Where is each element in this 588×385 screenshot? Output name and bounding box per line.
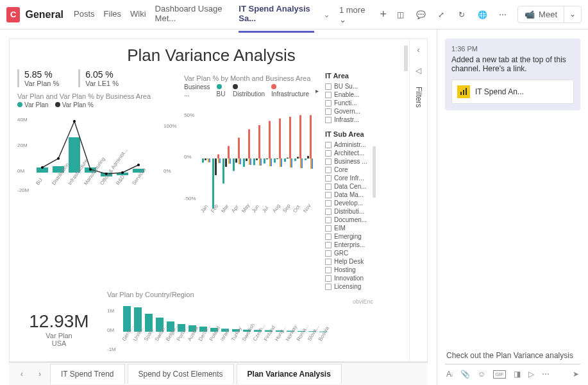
svg-point-15	[73, 120, 76, 123]
svg-rect-54	[250, 158, 251, 165]
chart3[interactable]: 1M0M-1M Germ...Unite...SpainSwitze...Bel…	[107, 300, 332, 361]
refresh-icon[interactable]: ↻	[456, 9, 467, 21]
send-icon[interactable]: ➤	[573, 370, 579, 379]
svg-rect-62	[269, 121, 271, 159]
more-tabs[interactable]: 1 more ⌄	[339, 5, 369, 24]
slicer-item[interactable]: Documen...	[325, 216, 373, 224]
svg-text:Apr: Apr	[230, 204, 240, 214]
compose-area: Aᵢ 📎 ☺ GIF ◨ ▷ ⋯ ➤	[445, 347, 580, 379]
svg-rect-73	[290, 158, 291, 167]
svg-text:-20M: -20M	[17, 187, 29, 193]
slicer-item[interactable]: GRC	[325, 249, 373, 257]
bookmark-icon[interactable]: ◁	[416, 66, 421, 75]
chart1[interactable]: 40M20M0M-20M 100%0%	[17, 108, 178, 205]
chat-icon[interactable]: 💬	[415, 9, 426, 21]
slicer-item[interactable]: BU Su...	[325, 82, 373, 90]
slicer-item[interactable]: Business ...	[325, 157, 373, 166]
tab-chevron-icon[interactable]: ⌄	[323, 10, 330, 19]
svg-rect-63	[269, 158, 271, 166]
slicer-item[interactable]: Data Ma...	[325, 191, 373, 199]
svg-rect-46	[235, 158, 237, 163]
slicer-item[interactable]: Architect...	[325, 149, 373, 157]
report-page-tabs: ‹ › IT Spend Trend Spend by Cost Element…	[9, 362, 428, 385]
slicer2-title: IT Sub Area	[325, 130, 373, 138]
tab-settings-icon[interactable]: ◫	[394, 9, 406, 21]
slicer-item[interactable]: Infrastr...	[325, 116, 373, 124]
slicer-item[interactable]: Distributi...	[325, 207, 373, 216]
slicer-item[interactable]: Help Desk	[325, 257, 373, 266]
slicer-item[interactable]: Develop...	[325, 199, 373, 207]
collapse-icon[interactable]: ‹	[417, 46, 420, 55]
slicer-item[interactable]: Administr...	[325, 141, 373, 149]
svg-rect-137	[460, 92, 462, 95]
compose-input[interactable]	[445, 347, 580, 364]
slicer-item[interactable]: Functi...	[325, 99, 373, 107]
slicer-item[interactable]: Innovation	[325, 274, 373, 282]
svg-point-13	[41, 166, 44, 169]
filters-pane-label[interactable]: Filters	[414, 87, 423, 108]
page-prev-icon[interactable]: ‹	[14, 366, 29, 382]
svg-text:Feb: Feb	[210, 203, 220, 214]
chart2[interactable]: 50%0%-50% JanFebMarAprMayJunJulAugSepOct…	[184, 98, 319, 226]
tab-wiki[interactable]: Wiki	[130, 1, 146, 28]
page-tab-variance[interactable]: Plan Variance Analysis	[237, 364, 342, 384]
page-tab-cost[interactable]: Spend by Cost Elements	[128, 364, 234, 384]
slicer-item[interactable]: EIM	[325, 224, 373, 232]
more-compose-icon[interactable]: ⋯	[542, 370, 550, 379]
slicer-item[interactable]: Hosting	[325, 266, 373, 274]
slicer-item[interactable]: Core	[325, 166, 373, 174]
page-tab-trend[interactable]: IT Spend Trend	[50, 364, 125, 384]
slicer-item[interactable]: Data Cen...	[325, 182, 373, 191]
slicer-scrollbar[interactable]	[373, 146, 376, 198]
page-next-icon[interactable]: ›	[32, 366, 47, 382]
emoji-icon[interactable]: ☺	[478, 370, 485, 379]
slicer-item[interactable]: Enterpris...	[325, 241, 373, 249]
svg-rect-76	[297, 157, 299, 158]
svg-rect-48	[239, 158, 240, 164]
format-icon[interactable]: Aᵢ	[446, 370, 453, 379]
svg-text:BU: BU	[35, 177, 44, 186]
svg-rect-56	[256, 158, 258, 160]
add-tab-button[interactable]: +	[378, 8, 390, 21]
svg-rect-74	[291, 158, 292, 167]
tab-files[interactable]: Files	[104, 1, 121, 28]
meet-dropdown[interactable]: ⌄	[564, 6, 581, 22]
legend-next-icon[interactable]: ▸	[315, 87, 319, 94]
svg-text:0%: 0%	[164, 168, 171, 174]
more-icon[interactable]: ⋯	[497, 9, 508, 21]
meet-button[interactable]: 📹 Meet	[518, 6, 564, 22]
globe-icon[interactable]: 🌐	[476, 9, 488, 21]
sticker-icon[interactable]: ◨	[514, 370, 521, 379]
slicer-item[interactable]: Core Infr...	[325, 174, 373, 182]
stream-icon[interactable]: ▷	[528, 370, 534, 379]
gif-icon[interactable]: GIF	[493, 370, 505, 379]
report-scrollbar[interactable]	[404, 46, 408, 71]
report-canvas: Plan Variance Analysis 5.85 % Var Plan %…	[9, 38, 428, 362]
svg-rect-38	[218, 158, 219, 163]
svg-text:Sep: Sep	[281, 203, 292, 214]
svg-text:0%: 0%	[184, 154, 192, 160]
svg-rect-34	[209, 158, 210, 162]
slicer-item[interactable]: Emerging	[325, 232, 373, 241]
chat-timestamp: 1:36 PM	[451, 45, 574, 53]
expand-icon[interactable]: ⤢	[435, 9, 447, 21]
svg-text:-50%: -50%	[184, 196, 196, 201]
team-avatar[interactable]: C	[6, 7, 20, 22]
svg-rect-45	[233, 158, 235, 171]
big-number-label1: Var Plan	[17, 332, 101, 339]
chat-tab-link[interactable]: IT Spend An...	[451, 80, 574, 104]
slicer-item[interactable]: Enable...	[325, 90, 373, 99]
slicer-item[interactable]: Licensing	[325, 282, 373, 291]
svg-point-18	[121, 171, 124, 174]
tab-it-spend[interactable]: IT Spend Analysis Sa...	[239, 0, 314, 33]
svg-text:100%: 100%	[164, 123, 176, 129]
svg-rect-50	[243, 158, 245, 167]
header-actions: ◫ 💬 ⤢ ↻ 🌐 ⋯ 📹 Meet ⌄	[394, 6, 582, 23]
tab-dashboard[interactable]: Dashboard Usage Met...	[155, 0, 230, 33]
svg-text:0M: 0M	[17, 168, 24, 174]
tab-posts[interactable]: Posts	[74, 1, 95, 28]
attach-icon[interactable]: 📎	[460, 370, 470, 379]
channel-name: General	[25, 9, 63, 21]
slicer-item[interactable]: Govern...	[325, 107, 373, 116]
slicer1-title: IT Area	[325, 72, 373, 80]
